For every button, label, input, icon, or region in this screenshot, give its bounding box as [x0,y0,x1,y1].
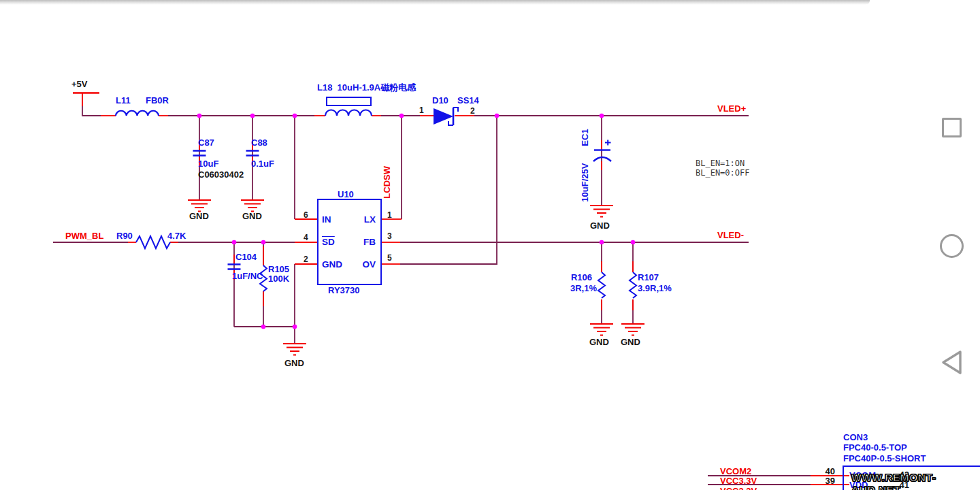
d10-part: SS14 [457,96,479,105]
d10-pin1-number: 1 [419,106,424,115]
schematic-canvas [0,0,980,490]
ec1-gnd-label: GND [590,221,610,231]
u10-ref: U10 [338,190,354,199]
u10-pin6-number: 6 [304,211,308,220]
u10-pin4-number: 4 [304,233,308,242]
r106-value: 3R,1% [570,284,597,293]
r106-gnd-label: GND [589,338,609,347]
c88-ref: C88 [251,138,267,148]
u10-pin3-number: 3 [387,232,392,241]
u10-pin-in: IN [322,215,331,225]
net-label-vcc33v-1: VCC3.3V [720,476,757,486]
u10-pin-sd: SD [322,238,335,247]
r90-ref: R90 [116,231,133,241]
net-label-vled-plus: VLED+ [717,104,746,114]
net-label-vcc33v-2: VCC3.3V [720,487,757,490]
c104-ref: C104 [235,252,257,262]
u10-pin-ov: OV [354,260,376,270]
diode-triangle [434,108,453,125]
nav-back-button back-triangle-icon[interactable] [941,349,964,376]
c87-ref: C87 [198,138,214,148]
r90-value: 4.7K [167,231,186,241]
r107-ref: R107 [638,273,659,282]
u10-gnd-label: GND [284,359,304,368]
c104-value: 1uF/NC [232,272,263,281]
r105-ref: R105 [268,265,289,274]
r107-gnd-label: GND [621,338,640,347]
note-bl-en-on: BL_EN=1:ON [696,159,745,168]
con3-part1: FPC40-0.5-TOP [843,443,907,453]
con3-pin40-number: 40 [820,467,835,476]
c88-value: 0.1uF [251,159,274,169]
net-label-vcom2: VCOM2 [720,467,751,476]
net-label-5v: +5V [71,80,88,89]
con3-pin39-number: 39 [820,476,835,486]
u10-pin1-number: 1 [387,211,392,220]
u10-part: RY3730 [328,286,360,295]
power-symbol [73,93,99,107]
r106-ref: R106 [562,273,592,282]
u10-pin-gnd: GND [322,260,342,270]
net-label-lcdsw: LCDSW [382,166,392,199]
r105-value: 100K [268,274,289,284]
d10-pin2-number: 2 [470,107,475,116]
ec1-ref: EC1 [581,129,590,146]
l11-value: FB0R [146,96,169,105]
c87-gnd-label: GND [189,212,209,221]
u10-pin-lx: LX [354,215,376,225]
l11-ref: L11 [116,96,131,105]
u10-pin2-number: 2 [304,255,308,264]
r107-value: 3.9R,1% [638,284,672,293]
c87-value: 10uF [198,159,218,169]
net-label-vled-minus: VLED- [717,231,744,240]
c87-part: C06030402 [198,170,244,180]
nav-recents-button square-icon[interactable] [942,118,962,137]
nav-home-button circle-icon[interactable] [940,234,964,258]
note-bl-en-off: BL_EN=0:OFF [696,169,749,178]
ec1-value: 10uF/25V [581,163,590,202]
c88-gnd-label: GND [242,212,262,221]
net-label-pwm-bl: PWM_BL [65,231,103,241]
con3-part2: FPC40P-0.5-SHORT [843,454,926,463]
l18-label: L18 10uH-1.9A磁粉电感 [317,83,416,93]
screen: +5V L11 FB0R C87 10uF C06030402 GND C88 … [0,0,980,490]
u10-pin-fb: FB [354,238,376,247]
con3-ref: CON3 [843,433,868,442]
d10-ref: D10 [432,96,448,105]
u10-pin5-number: 5 [387,254,392,263]
watermark: WWW.REMONT-AUD.NET [851,472,980,490]
